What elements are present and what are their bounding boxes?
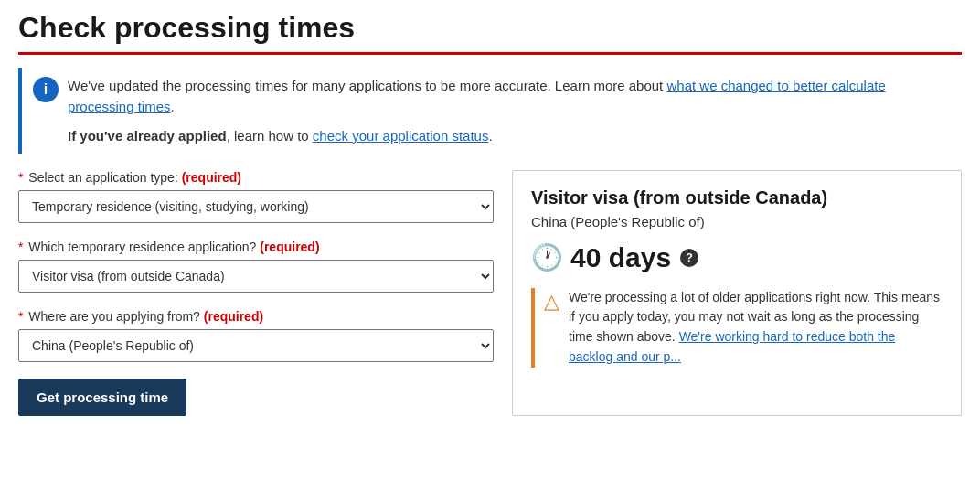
info-text3: , learn how to [227,128,313,144]
info-text4: . [488,128,492,144]
app-type-group: * Select an application type: (required)… [18,170,494,223]
temp-res-group: * Which temporary residence application?… [18,240,494,293]
temp-res-label: * Which temporary residence application?… [18,240,494,254]
result-subtitle: China (People's Republic of) [531,214,943,229]
country-label-text: Where are you applying from? [28,309,200,324]
country-required: (required) [204,309,263,324]
app-type-label-text: Select an application type: [28,170,177,185]
temp-res-label-text: Which temporary residence application? [28,240,256,254]
country-group: * Where are you applying from? (required… [18,309,494,362]
temp-res-star: * [18,240,23,254]
app-type-required: (required) [182,170,241,185]
info-text1: We've updated the processing times for m… [68,78,666,93]
get-processing-time-button[interactable]: Get processing time [18,379,186,416]
info-icon: i [33,77,59,102]
check-status-link[interactable]: check your application status [313,128,489,144]
result-title: Visitor visa (from outside Canada) [531,187,943,208]
warning-text-content: We're processing a lot of older applicat… [569,288,943,368]
question-icon[interactable]: ? [680,249,698,267]
country-select[interactable]: China (People's Republic of) United Stat… [18,329,494,362]
red-divider [18,52,962,55]
temp-res-select[interactable]: Visitor visa (from outside Canada) Stude… [18,260,494,293]
country-label: * Where are you applying from? (required… [18,309,494,324]
already-applied-text: If you've already applied [68,128,227,144]
result-days: 40 days [570,242,671,273]
country-star: * [18,309,23,324]
main-content: * Select an application type: (required)… [18,170,962,416]
app-type-select[interactable]: Temporary residence (visiting, studying,… [18,190,494,223]
warning-triangle-icon: △ [544,290,559,314]
app-type-label: * Select an application type: (required) [18,170,494,185]
info-text-content: We've updated the processing times for m… [68,75,951,146]
clock-icon: 🕐 [531,242,563,272]
result-panel: Visitor visa (from outside Canada) China… [512,170,962,416]
warning-box: △ We're processing a lot of older applic… [531,288,943,368]
form-panel: * Select an application type: (required)… [18,170,494,416]
info-banner: i We've updated the processing times for… [18,68,962,154]
app-type-star: * [18,170,23,185]
result-time-row: 🕐 40 days ? [531,242,943,273]
page-title: Check processing times [18,11,962,45]
temp-res-required: (required) [260,240,319,254]
